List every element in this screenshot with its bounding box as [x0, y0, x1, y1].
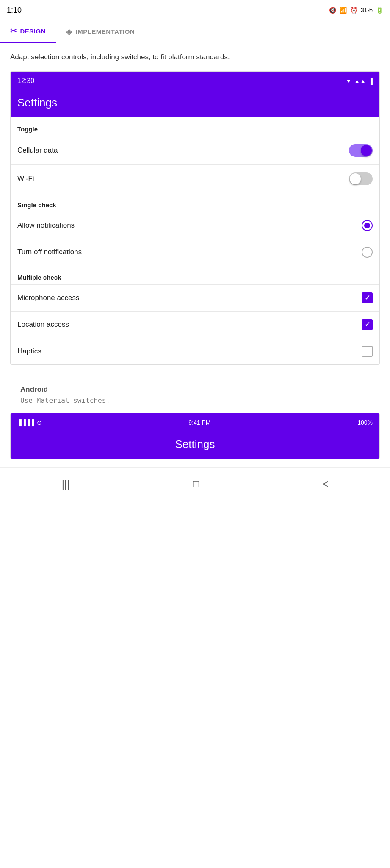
phone-app-bar: Settings	[11, 90, 379, 117]
phone-signal-bars: ▐▐▐▐	[17, 419, 34, 426]
allow-notifications-radio[interactable]	[362, 220, 373, 231]
alarm-icon: ⏰	[350, 7, 357, 14]
location-label: Location access	[17, 320, 69, 329]
multiple-check-label: Multiple check	[11, 274, 379, 284]
single-check-label: Single check	[11, 201, 379, 212]
phone-signal-icon: ▲▲	[354, 78, 366, 84]
tab-implementation-label: IMPLEMENTATION	[76, 28, 135, 35]
phone-status-bar: 12:30 ▼ ▲▲ ▐	[11, 72, 379, 90]
wifi-icon: 📶	[340, 7, 347, 14]
battery-percent: 31%	[361, 7, 373, 14]
tab-design-label: DESIGN	[20, 28, 46, 35]
wifi-toggle[interactable]	[349, 172, 373, 185]
cellular-data-label: Cellular data	[17, 146, 58, 155]
cellular-data-toggle[interactable]	[349, 144, 373, 157]
home-icon: □	[193, 478, 199, 490]
phone-battery-icon: ▐	[368, 78, 373, 84]
haptics-label: Haptics	[17, 347, 41, 356]
recent-apps-icon: |||	[62, 478, 70, 490]
phone-mockup-android: ▐▐▐▐ ⊙ 9:41 PM 100% Settings	[10, 413, 380, 459]
android-title: Android	[20, 385, 370, 394]
cellular-data-thumb	[361, 145, 372, 156]
design-tab-icon: ✂	[10, 26, 17, 36]
phone-battery-bottom: 100%	[357, 419, 373, 426]
status-icons: 🔇 📶 ⏰ 31% 🔋	[329, 7, 383, 14]
battery-icon: 🔋	[376, 7, 383, 14]
phone-app-title: Settings	[17, 96, 57, 109]
tab-bar: ✂ DESIGN ◈ IMPLEMENTATION	[0, 20, 390, 43]
mute-icon: 🔇	[329, 7, 336, 14]
tab-design[interactable]: ✂ DESIGN	[0, 20, 56, 43]
phone-signal-group: ▐▐▐▐ ⊙	[17, 419, 42, 426]
location-item[interactable]: Location access	[11, 311, 379, 338]
turn-off-notifications-radio[interactable]	[362, 247, 373, 258]
turn-off-notifications-item[interactable]: Turn off notifications	[11, 239, 379, 265]
location-checkbox[interactable]	[362, 319, 373, 330]
settings-content: Toggle Cellular data Wi-Fi	[11, 117, 379, 364]
home-button[interactable]: □	[180, 475, 213, 493]
microphone-item[interactable]: Microphone access	[11, 284, 379, 311]
wifi-label: Wi-Fi	[17, 175, 34, 183]
android-nav-bar: ||| □ <	[0, 467, 390, 500]
toggle-section-label: Toggle	[11, 125, 379, 136]
wifi-item[interactable]: Wi-Fi	[11, 164, 379, 193]
status-time: 1:10	[7, 6, 22, 15]
system-status-bar: 1:10 🔇 📶 ⏰ 31% 🔋	[0, 0, 390, 20]
tab-implementation[interactable]: ◈ IMPLEMENTATION	[56, 21, 145, 42]
turn-off-notifications-label: Turn off notifications	[17, 248, 82, 256]
allow-notifications-item[interactable]: Allow notifications	[11, 212, 379, 239]
android-note: Android Use Material switches.	[10, 377, 380, 413]
microphone-label: Microphone access	[17, 294, 79, 302]
haptics-checkbox[interactable]	[362, 346, 373, 357]
intro-paragraph: Adapt selection controls, including swit…	[10, 52, 380, 63]
microphone-checkbox[interactable]	[362, 292, 373, 303]
back-icon: <	[322, 478, 328, 490]
haptics-item[interactable]: Haptics	[11, 338, 379, 364]
phone-status-time: 12:30	[17, 77, 34, 85]
android-description: Use Material switches.	[20, 396, 370, 404]
phone-status-icons: ▼ ▲▲ ▐	[346, 78, 373, 84]
phone-time-bottom: 9:41 PM	[188, 419, 210, 426]
phone-wifi-icon-bottom: ⊙	[37, 419, 42, 426]
phone-app-title-bottom: Settings	[11, 432, 379, 459]
recent-apps-button[interactable]: |||	[48, 475, 83, 493]
implementation-tab-icon: ◈	[66, 27, 72, 36]
single-check-section: Single check Allow notifications Turn of…	[11, 193, 379, 265]
back-button[interactable]: <	[309, 475, 342, 493]
phone-wifi-icon: ▼	[346, 78, 352, 84]
multiple-check-section: Multiple check Microphone access Locatio…	[11, 265, 379, 364]
phone-mockup-ios: 12:30 ▼ ▲▲ ▐ Settings Toggle Cellular da…	[10, 71, 380, 365]
allow-notifications-label: Allow notifications	[17, 221, 75, 230]
main-content: Adapt selection controls, including swit…	[0, 43, 390, 413]
cellular-data-item[interactable]: Cellular data	[11, 136, 379, 164]
wifi-thumb	[350, 173, 361, 184]
toggle-section: Toggle Cellular data Wi-Fi	[11, 117, 379, 193]
phone-status-bar-bottom: ▐▐▐▐ ⊙ 9:41 PM 100%	[11, 413, 379, 432]
